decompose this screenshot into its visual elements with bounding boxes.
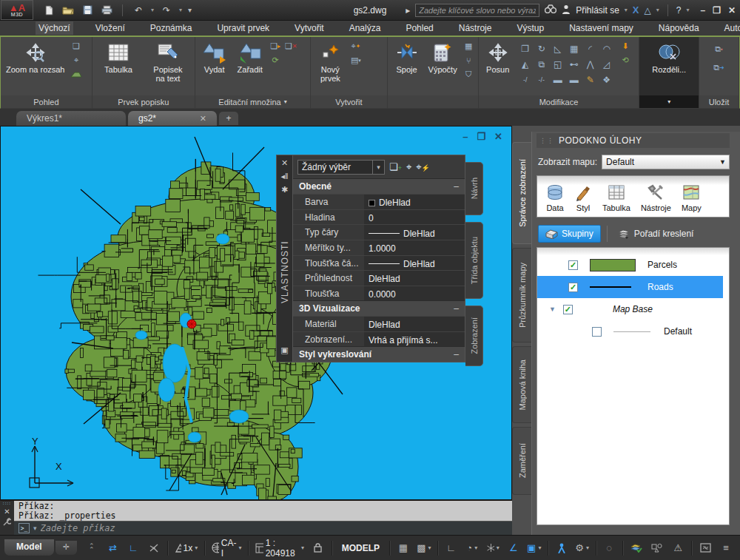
- ribbon-tab-vlozeni[interactable]: Vložení: [92, 21, 128, 35]
- object-snap-tracking-icon[interactable]: ∠: [504, 539, 523, 557]
- create-tool-icon-2[interactable]: ▤ ▾: [349, 55, 362, 66]
- zoom-extents-button[interactable]: Zoom na rozsah: [4, 39, 67, 75]
- redo-icon[interactable]: ↷: [160, 4, 173, 16]
- prop-row-hladina[interactable]: Hladina0: [293, 209, 465, 225]
- ribbon-tab-autodesk360[interactable]: Autodesk 360: [722, 21, 740, 35]
- panel-label-pohled[interactable]: Pohled: [1, 95, 92, 108]
- application-menu-button[interactable]: ▲A M3D: [1, 0, 33, 20]
- break-at-point-icon[interactable]: -/-: [538, 76, 545, 84]
- recent-commands-icon[interactable]: ▾: [33, 524, 37, 532]
- zaradit-button[interactable]: Zařadit: [234, 39, 266, 75]
- new-drawing-tab-button[interactable]: +: [219, 112, 238, 125]
- palette-properties-icon[interactable]: ✱: [281, 185, 288, 198]
- task-pane-header[interactable]: ⋮⋮ PODOKNO ÚLOHY: [536, 133, 730, 148]
- modify-extra-icon-1[interactable]: ⬇: [619, 41, 632, 52]
- roads-label[interactable]: Roads: [648, 282, 673, 292]
- modify-extra-icon-2[interactable]: ⟲: [619, 55, 632, 66]
- tree-row-parcels[interactable]: ✓ Parcels: [537, 254, 729, 276]
- redo-dropdown-icon[interactable]: ▾: [179, 7, 182, 13]
- tree-row-map-base[interactable]: ▼ ✓ Map Base: [537, 298, 729, 320]
- exchange-apps-icon[interactable]: X: [633, 4, 639, 16]
- draw-order-button[interactable]: Pořadí kreslení: [613, 226, 699, 242]
- create-tool-icon-1[interactable]: ⌖✦: [349, 41, 362, 52]
- erase-icon[interactable]: ◿: [603, 59, 610, 70]
- ribbon-tab-upravit-prvek[interactable]: Upravit prvek: [214, 21, 272, 35]
- roads-style-swatch[interactable]: [590, 286, 631, 288]
- tab-close-icon[interactable]: ✕: [200, 114, 206, 124]
- save-edits-icon[interactable]: ⧉▪: [713, 44, 725, 55]
- coordinate-system-button[interactable]: CA-I▾: [209, 539, 244, 557]
- pick-point-icon[interactable]: ⌖: [406, 161, 411, 173]
- create-tool-icon-3[interactable]: ▦: [462, 41, 475, 52]
- plot-icon[interactable]: [100, 4, 113, 16]
- node-snap-icon[interactable]: [144, 539, 164, 557]
- prop-row-typ-cary[interactable]: Typ čáryDleHlad: [293, 224, 465, 240]
- collapse-icon[interactable]: –: [454, 181, 459, 192]
- array-icon[interactable]: ▦: [570, 44, 578, 54]
- styl-button[interactable]: Styl: [571, 182, 595, 214]
- window-close-button[interactable]: ✕: [728, 5, 736, 16]
- ribbon-tab-vychozi[interactable]: Výchozí: [36, 21, 73, 35]
- collapse-icon[interactable]: –: [454, 349, 459, 360]
- measure-icon[interactable]: ⋀: [587, 59, 594, 70]
- sign-in-dropdown-icon[interactable]: ▾: [625, 7, 628, 13]
- prop-row-barva[interactable]: BarvaDleHlad: [293, 194, 465, 209]
- window-restore-button[interactable]: ❐: [713, 5, 721, 16]
- drawing-minimize-button[interactable]: –: [462, 131, 468, 142]
- tree-row-default[interactable]: ✓ Default: [537, 320, 729, 343]
- panel-label-rozdelit[interactable]: ▾: [639, 95, 699, 108]
- open-file-icon[interactable]: [61, 4, 75, 16]
- break-icon[interactable]: -/: [523, 76, 528, 84]
- tab-pruzkumnik-mapy[interactable]: Průzkumník mapy: [512, 248, 531, 343]
- chamfer-icon[interactable]: ◠: [602, 44, 610, 54]
- map-scale-button[interactable]: 1 : 204918▾: [252, 539, 307, 557]
- layout-chevron-icon[interactable]: ⌃⌃: [89, 544, 95, 552]
- tab-spravce-zobrazeni[interactable]: Správce zobrazení: [512, 142, 531, 244]
- search-input[interactable]: [415, 4, 539, 17]
- window-minimize-button[interactable]: –: [700, 5, 705, 16]
- drawing-close-button[interactable]: ✕: [494, 131, 502, 142]
- mapy-button[interactable]: Mapy: [679, 182, 704, 214]
- palette-tab-navrh[interactable]: Návrh: [465, 162, 483, 215]
- tree-row-roads[interactable]: ✓ Roads: [537, 276, 723, 298]
- section-styl-vykreslovani[interactable]: Styl vykreslování–: [293, 346, 465, 362]
- edit-hatch-icon[interactable]: ▬: [570, 75, 579, 85]
- fillet-icon[interactable]: ◜: [588, 44, 592, 54]
- ribbon-tab-vytvorit[interactable]: Vytvořit: [292, 21, 327, 35]
- novy-prvek-button[interactable]: Nový prvek: [314, 39, 346, 84]
- workspace-switching-icon[interactable]: [627, 539, 646, 557]
- ribbon-tab-nastaveni-mapy[interactable]: Nastavení mapy: [566, 21, 636, 35]
- stretch-icon[interactable]: ◺: [554, 44, 561, 54]
- spoje-button[interactable]: Spoje: [391, 39, 423, 75]
- scale-lock-icon[interactable]: [309, 539, 328, 557]
- ribbon-tab-vystup[interactable]: Výstup: [514, 21, 547, 35]
- prop-row-tloustka[interactable]: Tloušťka0.0000: [293, 286, 465, 301]
- command-input[interactable]: [41, 523, 512, 533]
- qat-overflow-icon[interactable]: ▸: [406, 5, 410, 16]
- annotation-visibility-icon[interactable]: [552, 539, 571, 557]
- vydat-button[interactable]: Vydat: [198, 39, 231, 75]
- offset-icon[interactable]: ⧉: [538, 59, 545, 70]
- help-dropdown-icon[interactable]: ▾: [686, 7, 689, 13]
- discard-edits-icon[interactable]: ⧉➜: [713, 62, 725, 73]
- prop-row-tloustka-cary[interactable]: Tloušťka čá...DleHlad: [293, 255, 465, 271]
- popisek-na-text-button[interactable]: Popisek na text: [151, 39, 184, 84]
- save-icon[interactable]: [81, 4, 94, 16]
- scale-icon[interactable]: ◱: [554, 59, 562, 70]
- snap-mode-icon[interactable]: ▦: [394, 539, 413, 557]
- groups-button[interactable]: Skupiny: [538, 225, 601, 243]
- toggle-pickadd-icon[interactable]: ⌖⚡: [416, 161, 430, 173]
- posun-button[interactable]: Posun: [482, 39, 514, 75]
- vypocty-button[interactable]: Výpočty: [426, 39, 460, 75]
- model-tab[interactable]: Model: [4, 539, 54, 556]
- isometric-drafting-icon[interactable]: ▾: [483, 539, 502, 557]
- rotate-icon[interactable]: ↻: [538, 44, 545, 54]
- drawing-restore-button[interactable]: ❐: [477, 131, 485, 142]
- mirror-icon[interactable]: ◭: [522, 59, 528, 70]
- panel-label-prvek-popisku[interactable]: Prvek popisku: [92, 95, 195, 108]
- rozdelit-button[interactable]: Rozděli...: [650, 39, 688, 75]
- join-icon[interactable]: ⊷: [570, 59, 579, 70]
- prop-row-pruhlednost[interactable]: PrůhlednostDleHlad: [293, 270, 465, 286]
- section-3d-vizualizace[interactable]: 3D Vizualizace–: [293, 300, 465, 316]
- tabulka-button[interactable]: Tabulka: [102, 39, 135, 75]
